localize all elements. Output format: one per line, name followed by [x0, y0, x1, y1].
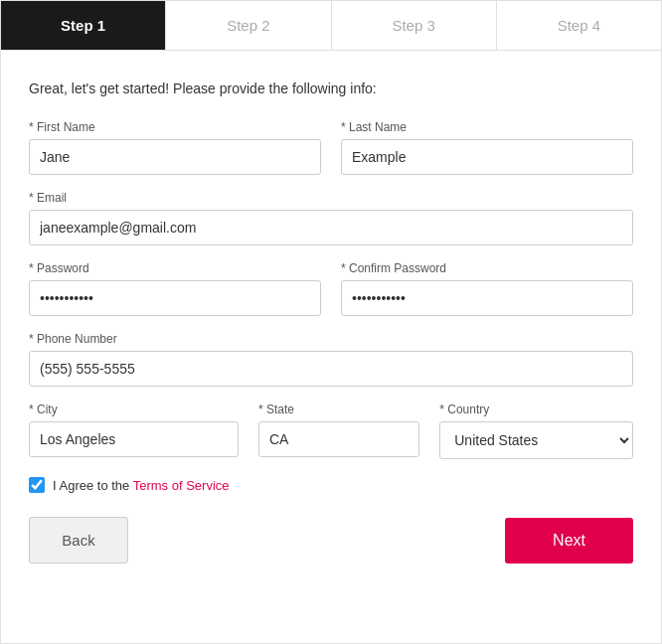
location-row: * City * State * Country United States C…	[29, 402, 633, 459]
city-input[interactable]	[29, 421, 239, 457]
step-tab-3[interactable]: Step 3	[332, 1, 497, 50]
first-name-input[interactable]	[29, 139, 321, 175]
step-tab-1[interactable]: Step 1	[1, 1, 166, 50]
country-label: * Country	[439, 402, 633, 416]
buttons-row: Back Next	[29, 517, 633, 564]
name-row: * First Name * Last Name	[29, 120, 633, 175]
phone-label: * Phone Number	[29, 332, 633, 346]
email-group: * Email	[29, 191, 633, 245]
email-label: * Email	[29, 191, 633, 205]
state-input[interactable]	[258, 421, 419, 457]
intro-text: Great, let's get started! Please provide…	[29, 80, 633, 96]
state-group: * State	[258, 402, 419, 459]
country-group: * Country United States Canada Mexico Un…	[439, 402, 633, 459]
phone-row: * Phone Number	[29, 332, 633, 387]
tos-checkbox[interactable]	[29, 477, 45, 493]
step-tab-4[interactable]: Step 4	[497, 1, 661, 50]
last-name-group: * Last Name	[341, 120, 633, 175]
email-input[interactable]	[29, 210, 633, 245]
country-select[interactable]: United States Canada Mexico United Kingd…	[439, 421, 633, 459]
confirm-password-input[interactable]	[341, 280, 633, 316]
next-button[interactable]: Next	[505, 518, 633, 564]
tos-link[interactable]: Terms of Service	[133, 478, 230, 493]
tos-prefix: I Agree to the	[53, 478, 133, 493]
password-input[interactable]	[29, 280, 321, 316]
tos-label: I Agree to the Terms of Service	[53, 478, 230, 493]
confirm-password-label: * Confirm Password	[341, 261, 633, 275]
city-group: * City	[29, 402, 239, 459]
step-tab-2[interactable]: Step 2	[166, 1, 331, 50]
tos-row: I Agree to the Terms of Service	[29, 477, 633, 493]
password-row: * Password * Confirm Password	[29, 261, 633, 316]
first-name-group: * First Name	[29, 120, 321, 175]
last-name-input[interactable]	[341, 139, 633, 175]
city-label: * City	[29, 402, 239, 416]
confirm-password-group: * Confirm Password	[341, 261, 633, 316]
password-group: * Password	[29, 261, 321, 316]
back-button[interactable]: Back	[29, 517, 128, 564]
phone-group: * Phone Number	[29, 332, 633, 387]
first-name-label: * First Name	[29, 120, 321, 134]
password-label: * Password	[29, 261, 321, 275]
email-row: * Email	[29, 191, 633, 245]
wizard-container: Step 1 Step 2 Step 3 Step 4 Great, let's…	[0, 0, 662, 644]
state-label: * State	[258, 402, 419, 416]
last-name-label: * Last Name	[341, 120, 633, 134]
form-body: Great, let's get started! Please provide…	[1, 51, 661, 591]
phone-input[interactable]	[29, 351, 633, 387]
steps-header: Step 1 Step 2 Step 3 Step 4	[1, 1, 661, 51]
